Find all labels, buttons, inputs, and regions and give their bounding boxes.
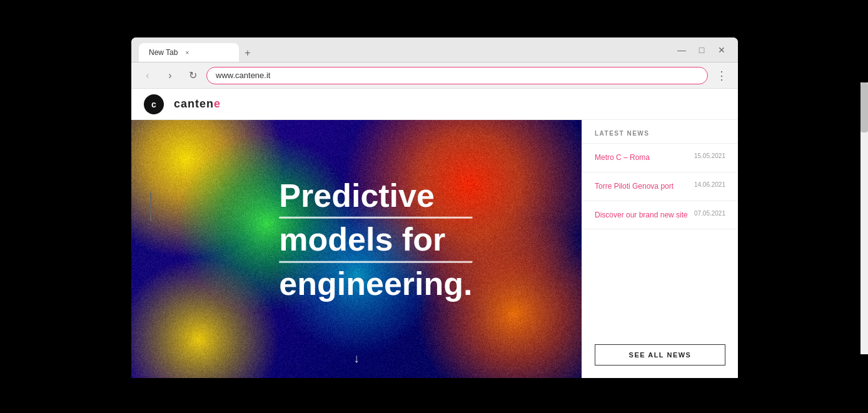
new-tab-button[interactable]: + [239, 44, 256, 62]
hero-line-1: Predictive [279, 177, 472, 219]
site-header: c cantene [131, 89, 738, 120]
logo-letter: c [151, 99, 156, 109]
news-item-1[interactable]: Metro C – Roma 15.05.2021 [582, 144, 738, 172]
address-bar[interactable]: www.cantene.it [206, 67, 708, 84]
tab-title: New Tab [149, 48, 178, 57]
see-all-button[interactable]: SEE ALL NEWS [595, 344, 725, 366]
news-title-2: Torre Piloti Genova port [595, 181, 689, 192]
hero-text: Predictive models for engineering. [279, 177, 472, 307]
hero-area: Predictive models for engineering. ↓ [131, 120, 582, 378]
active-tab[interactable]: New Tab × [139, 43, 239, 62]
maximize-button[interactable]: □ [693, 41, 710, 59]
url-text: www.cantene.it [216, 71, 270, 80]
browser-menu-button[interactable]: ⋮ [713, 67, 730, 84]
news-date-3: 07.05.2021 [694, 210, 725, 217]
news-title-3: Discover our brand new site [595, 210, 689, 221]
scrollbar-track [860, 82, 868, 354]
news-date-1: 15.05.2021 [694, 152, 725, 159]
tab-close-button[interactable]: × [183, 48, 191, 57]
scrollbar-thumb[interactable] [860, 82, 868, 132]
hero-line-3: engineering. [279, 266, 472, 306]
back-button[interactable]: ‹ [139, 67, 156, 84]
site-content: c cantene Predictive models for engineer… [131, 89, 738, 378]
hero-line-2: models for [279, 221, 472, 263]
browser-titlebar: New Tab × + — □ ✕ [131, 37, 738, 62]
news-date-2: 14.06.2021 [694, 181, 725, 188]
latest-news-label: LATEST NEWS [582, 120, 738, 144]
sidebar-news: LATEST NEWS Metro C – Roma 15.05.2021 To… [582, 120, 738, 378]
reload-button[interactable]: ↻ [184, 67, 201, 84]
close-button[interactable]: ✕ [713, 41, 730, 59]
news-title-1: Metro C – Roma [595, 152, 689, 163]
site-logo[interactable]: cantene [174, 97, 221, 111]
logo-icon: c [144, 94, 164, 114]
forward-button[interactable]: › [161, 67, 179, 84]
window-controls: — □ ✕ [673, 41, 730, 59]
news-item-3[interactable]: Discover our brand new site 07.05.2021 [582, 201, 738, 230]
news-item-2[interactable]: Torre Piloti Genova port 14.06.2021 [582, 172, 738, 201]
site-main: Predictive models for engineering. ↓ LAT… [131, 120, 738, 378]
minimize-button[interactable]: — [673, 41, 690, 59]
address-bar-row: ‹ › ↻ www.cantene.it ⋮ [131, 62, 738, 89]
browser-window: New Tab × + — □ ✕ ‹ › ↻ www.cantene.it ⋮… [131, 37, 738, 378]
scroll-down-icon[interactable]: ↓ [353, 351, 360, 366]
tab-bar: New Tab × + [139, 37, 668, 62]
left-sidebar-indicator [150, 191, 151, 222]
logo-text: cantene [174, 97, 221, 110]
